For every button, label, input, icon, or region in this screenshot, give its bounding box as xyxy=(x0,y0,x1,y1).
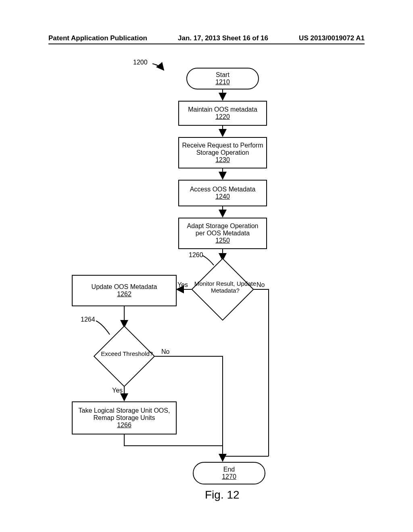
monitor-label: Monitor Result, Update Metadata? xyxy=(193,280,257,294)
flowchart-canvas: 1200 Start 1210 Maintain OOS metadata 12… xyxy=(0,56,413,508)
receive-num: 1230 xyxy=(215,156,230,164)
threshold-yes-label: Yes xyxy=(112,387,123,394)
monitor-ref-label: 1260 xyxy=(189,251,203,259)
threshold-no-label: No xyxy=(161,348,169,355)
take-label: Take Logical Storage Unit OOS, Remap Sto… xyxy=(75,407,173,422)
threshold-ref-label: 1264 xyxy=(81,316,95,323)
start-label: Start xyxy=(216,71,229,79)
update-label: Update OOS Metadata xyxy=(92,283,157,291)
header-rule xyxy=(48,44,365,44)
access-node: Access OOS Metadata 1240 xyxy=(178,180,267,206)
adapt-num: 1250 xyxy=(215,237,230,244)
monitor-no-label: No xyxy=(257,281,265,289)
start-num: 1210 xyxy=(215,79,230,86)
end-label: End xyxy=(223,466,235,473)
access-label: Access OOS Metadata xyxy=(190,186,256,193)
figure-caption: Fig. 12 xyxy=(205,488,240,501)
end-num: 1270 xyxy=(222,473,236,480)
end-node: End 1270 xyxy=(193,462,265,484)
header-center: Jan. 17, 2013 Sheet 16 of 16 xyxy=(178,34,268,42)
start-node: Start 1210 xyxy=(186,68,259,89)
take-num: 1266 xyxy=(117,422,131,429)
adapt-label: Adapt Storage Operation per OOS Metadata xyxy=(181,222,264,237)
maintain-label: Maintain OOS metadata xyxy=(188,106,257,113)
header-right: US 2013/0019072 A1 xyxy=(299,34,365,42)
receive-label: Receive Request to Perform Storage Opera… xyxy=(181,142,264,156)
update-node: Update OOS Metadata 1262 xyxy=(72,275,177,306)
monitor-yes-label: Yes xyxy=(177,281,188,289)
header-left: Patent Application Publication xyxy=(48,34,147,42)
access-num: 1240 xyxy=(215,193,230,200)
maintain-node: Maintain OOS metadata 1220 xyxy=(178,101,267,126)
receive-node: Receive Request to Perform Storage Opera… xyxy=(178,137,267,168)
update-num: 1262 xyxy=(117,291,131,298)
adapt-node: Adapt Storage Operation per OOS Metadata… xyxy=(178,218,267,249)
take-node: Take Logical Storage Unit OOS, Remap Sto… xyxy=(72,401,177,434)
maintain-num: 1220 xyxy=(215,113,230,121)
figure-reference-label: 1200 xyxy=(133,59,148,66)
threshold-label: Exceed Threshold? xyxy=(95,350,159,357)
